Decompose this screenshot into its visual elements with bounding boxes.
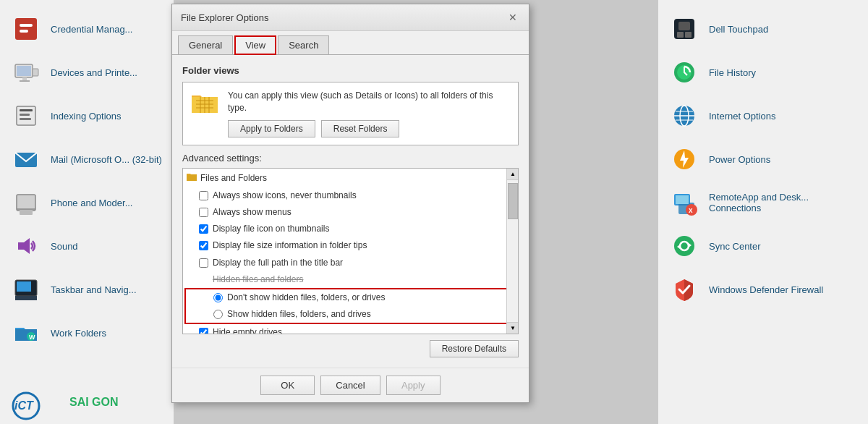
checkbox-full-path[interactable]	[199, 258, 208, 268]
dell-touchpad-icon	[670, 14, 699, 43]
svg-rect-13	[17, 195, 35, 211]
sidebar-label-mail: Mail (Microsoft O... (32-bit)	[51, 154, 162, 165]
ok-button[interactable]: OK	[260, 376, 315, 395]
label-always-icons: Always show icons, never thumbnails	[213, 189, 357, 203]
sidebar-item-sound[interactable]: Sound	[0, 224, 174, 268]
dialog-footer: OK Cancel Apply	[172, 368, 529, 402]
scrollbar-up-button[interactable]: ▲	[507, 169, 519, 180]
settings-list: Files and Folders Always show icons, nev…	[183, 169, 518, 334]
label-always-menus: Always show menus	[213, 205, 292, 219]
svg-text:W: W	[29, 334, 35, 341]
windows-defender-icon	[670, 275, 699, 304]
label-file-size-info: Display file size information in folder …	[213, 239, 367, 253]
svg-rect-25	[678, 22, 690, 30]
sidebar-item-phone[interactable]: Phone and Moder...	[0, 181, 174, 224]
right-label-windows-defender: Windows Defender Firewall	[709, 284, 823, 295]
svg-rect-7	[33, 69, 38, 76]
phone-icon	[12, 188, 41, 217]
reset-folders-button[interactable]: Reset Folders	[321, 120, 400, 137]
sidebar-label-devices: Devices and Printe...	[51, 67, 137, 78]
watermark: iCT SAI GON	[0, 381, 145, 424]
svg-rect-5	[22, 77, 27, 80]
tree-item-full-path: Display the full path in the title bar	[183, 255, 518, 271]
tab-view[interactable]: View	[234, 35, 276, 55]
radio-show-hidden[interactable]	[213, 310, 223, 319]
scrollbar-down-button[interactable]: ▼	[507, 322, 519, 334]
folder-views-folder-icon	[190, 90, 219, 116]
cancel-button[interactable]: Cancel	[320, 376, 380, 395]
dialog-titlebar: File Explorer Options ✕	[172, 4, 529, 31]
indexing-icon	[12, 101, 41, 130]
right-item-remoteapp[interactable]: x RemoteApp and Desk... Connections	[658, 181, 868, 224]
svg-rect-11	[20, 118, 31, 120]
sidebar-item-credential[interactable]: Credential Manag...	[0, 7, 174, 51]
dialog-close-button[interactable]: ✕	[506, 10, 520, 25]
dialog-content: Folder views You can apply this view (	[172, 55, 529, 368]
folder-views-right: You can apply this view (such as Details…	[228, 90, 511, 137]
right-item-sync-center[interactable]: Sync Center	[658, 224, 868, 268]
label-full-path: Display the full path in the title bar	[213, 256, 343, 270]
svg-text:x: x	[689, 206, 693, 214]
restore-defaults-row: Restore Defaults	[182, 340, 519, 357]
tree-item-files-folders: Files and Folders	[183, 170, 518, 187]
svg-rect-6	[20, 80, 30, 82]
watermark-text: SAI GON	[69, 396, 119, 409]
advanced-settings-label: Advanced settings:	[182, 153, 519, 164]
svg-rect-0	[15, 18, 37, 40]
scrollbar-track[interactable]: ▲ ▼	[506, 169, 518, 334]
svg-rect-26	[677, 32, 684, 38]
sidebar-item-taskbar[interactable]: Taskbar and Navig...	[0, 268, 174, 311]
right-label-sync-center: Sync Center	[709, 241, 761, 252]
power-options-icon	[670, 145, 699, 174]
svg-rect-2	[20, 30, 28, 33]
right-label-internet-options: Internet Options	[709, 111, 776, 122]
right-label-file-history: File History	[709, 67, 756, 78]
sync-center-icon	[670, 232, 699, 260]
folder-views-description: You can apply this view (such as Details…	[228, 90, 511, 114]
svg-rect-14	[20, 209, 33, 215]
label-dont-show-hidden: Don't show hidden files, folders, or dri…	[227, 291, 385, 305]
tree-item-always-menus: Always show menus	[183, 204, 518, 221]
sidebar-label-credential: Credential Manag...	[51, 24, 132, 35]
checkbox-always-menus[interactable]	[199, 208, 208, 217]
sidebar-label-phone: Phone and Moder...	[51, 198, 132, 208]
dialog-tabs: General View Search	[172, 31, 529, 55]
checkbox-file-icon-thumbnails[interactable]	[199, 224, 208, 234]
remoteapp-icon: x	[670, 188, 699, 217]
right-item-power-options[interactable]: Power Options	[658, 137, 868, 181]
svg-rect-19	[17, 281, 31, 292]
scrollbar-thumb[interactable]	[508, 183, 518, 219]
apply-button[interactable]: Apply	[386, 376, 441, 395]
radio-dont-show-hidden[interactable]	[213, 293, 223, 302]
svg-rect-9	[20, 109, 33, 111]
checkbox-file-size-info[interactable]	[199, 241, 208, 250]
sidebar-item-work-folders[interactable]: W Work Folders	[0, 311, 174, 355]
right-control-panel: Dell Touchpad File History Internet Opti…	[658, 0, 868, 424]
checkbox-hide-empty-drives[interactable]	[199, 328, 208, 334]
svg-rect-18	[15, 296, 37, 300]
right-item-windows-defender[interactable]: Windows Defender Firewall	[658, 268, 868, 311]
restore-defaults-button[interactable]: Restore Defaults	[430, 340, 519, 357]
svg-rect-10	[20, 114, 30, 116]
svg-rect-1	[20, 24, 33, 27]
sidebar-label-work-folders: Work Folders	[51, 328, 106, 339]
sidebar-item-indexing[interactable]: Indexing Options	[0, 94, 174, 137]
sidebar-item-mail[interactable]: Mail (Microsoft O... (32-bit)	[0, 137, 174, 181]
right-item-dell-touchpad[interactable]: Dell Touchpad	[658, 7, 868, 51]
tree-item-file-size-info: Display file size information in folder …	[183, 237, 518, 254]
right-item-internet-options[interactable]: Internet Options	[658, 94, 868, 137]
internet-options-icon	[670, 101, 699, 130]
sidebar-item-devices[interactable]: Devices and Printe...	[0, 51, 174, 94]
checkbox-always-icons[interactable]	[199, 191, 208, 200]
tab-general[interactable]: General	[178, 35, 233, 54]
hidden-files-highlight-box: Don't show hidden files, folders, or dri…	[184, 288, 516, 324]
tree-label-files-folders: Files and Folders	[200, 171, 267, 185]
right-item-file-history[interactable]: File History	[658, 51, 868, 94]
tree-item-show-hidden: Show hidden files, folders, and drives	[186, 306, 515, 323]
svg-rect-39	[676, 195, 689, 204]
apply-to-folders-button[interactable]: Apply to Folders	[228, 120, 315, 137]
settings-list-container[interactable]: Files and Folders Always show icons, nev…	[182, 168, 519, 334]
file-explorer-options-dialog: File Explorer Options ✕ General View Sea…	[171, 4, 529, 403]
tab-search[interactable]: Search	[278, 35, 329, 54]
work-folders-icon: W	[12, 318, 41, 347]
